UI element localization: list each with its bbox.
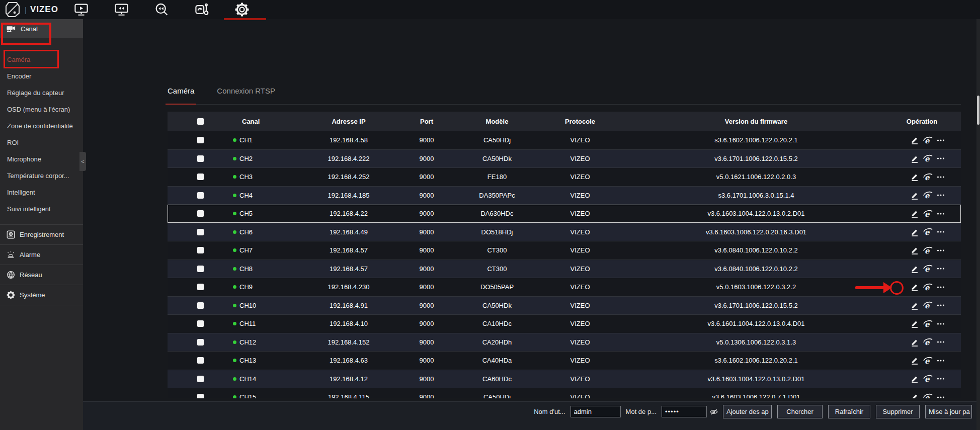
- edit-pencil-icon[interactable]: [911, 319, 919, 328]
- eye-slash-icon[interactable]: [710, 409, 718, 415]
- supprimer-button[interactable]: Supprimer: [876, 405, 920, 418]
- row-checkbox[interactable]: [197, 357, 204, 364]
- ie-browser-icon[interactable]: e: [923, 209, 933, 218]
- more-dots-icon[interactable]: [937, 286, 945, 289]
- ie-browser-icon[interactable]: e: [923, 393, 933, 398]
- row-checkbox[interactable]: [197, 394, 204, 398]
- page-scrollbar-track[interactable]: [976, 19, 980, 430]
- row-checkbox[interactable]: [197, 247, 204, 253]
- row-checkbox[interactable]: [197, 320, 204, 327]
- sidebar-group-systeme[interactable]: Système: [0, 285, 83, 305]
- more-dots-icon[interactable]: [937, 359, 945, 362]
- table-row-ch9[interactable]: CH9 192.168.4.230 9000 DO505PAP VIZEO v5…: [168, 278, 961, 296]
- edit-pencil-icon[interactable]: [911, 228, 919, 236]
- table-row-ch12[interactable]: CH12 192.168.4.152 9000 CA20HDh VIZEO v5…: [168, 333, 961, 352]
- table-row-ch8[interactable]: CH8 192.168.4.57 9000 CT300 VIZEO v3.6.0…: [168, 260, 961, 278]
- sidebar-item-roi[interactable]: ROI: [0, 134, 83, 151]
- row-checkbox[interactable]: [197, 155, 204, 162]
- ie-browser-icon[interactable]: e: [923, 191, 933, 200]
- ie-browser-icon[interactable]: e: [923, 246, 933, 255]
- more-dots-icon[interactable]: [937, 304, 945, 307]
- rafra-chir-button[interactable]: Rafraîchir: [828, 405, 870, 418]
- ie-browser-icon[interactable]: e: [923, 374, 933, 383]
- more-dots-icon[interactable]: [937, 396, 945, 398]
- sidebar-item-encoder[interactable]: Encoder: [0, 68, 83, 84]
- edit-pencil-icon[interactable]: [911, 356, 919, 365]
- sidebar-item-zone-de-confidentialit[interactable]: Zone de confidentialité: [0, 118, 83, 134]
- tab-connexion-rtsp[interactable]: Connexion RTSP: [217, 87, 275, 104]
- edit-pencil-icon[interactable]: [911, 265, 919, 273]
- password-input[interactable]: [662, 406, 707, 417]
- username-input[interactable]: [570, 406, 621, 417]
- more-dots-icon[interactable]: [937, 157, 945, 160]
- sidebar-group-canal[interactable]: Canal: [0, 19, 83, 38]
- row-checkbox[interactable]: [197, 339, 204, 346]
- settings-icon[interactable]: [234, 2, 250, 17]
- more-dots-icon[interactable]: [937, 212, 945, 215]
- table-row-ch1[interactable]: CH1 192.168.4.58 9000 CA50HDj VIZEO s3.6…: [168, 131, 961, 149]
- more-dots-icon[interactable]: [937, 267, 945, 270]
- more-dots-icon[interactable]: [937, 176, 945, 179]
- edit-pencil-icon[interactable]: [911, 246, 919, 254]
- more-dots-icon[interactable]: [937, 377, 945, 380]
- more-dots-icon[interactable]: [937, 194, 945, 197]
- ie-browser-icon[interactable]: e: [923, 283, 933, 292]
- edit-pencil-icon[interactable]: [911, 393, 919, 398]
- row-checkbox[interactable]: [197, 210, 204, 217]
- edit-pencil-icon[interactable]: [911, 191, 919, 200]
- sidebar-group-enregistrement[interactable]: Enregistrement: [0, 225, 83, 244]
- page-scrollbar-thumb[interactable]: [977, 96, 979, 125]
- sidebar-collapse-handle[interactable]: <: [79, 152, 86, 171]
- more-dots-icon[interactable]: [937, 139, 945, 142]
- table-row-ch13[interactable]: CH13 192.168.4.63 9000 CA40HDa VIZEO s3.…: [168, 351, 961, 370]
- ie-browser-icon[interactable]: e: [923, 319, 933, 328]
- ie-browser-icon[interactable]: e: [923, 301, 933, 310]
- row-checkbox[interactable]: [197, 229, 204, 235]
- more-dots-icon[interactable]: [937, 230, 945, 233]
- table-row-ch5[interactable]: CH5 192.168.4.22 9000 DA630HDc VIZEO v3.…: [168, 204, 961, 223]
- row-checkbox[interactable]: [197, 376, 204, 382]
- sidebar-item-r-glage-du-capteur[interactable]: Réglage du capteur: [0, 84, 83, 101]
- edit-pencil-icon[interactable]: [911, 209, 919, 218]
- temperature-icon[interactable]: [194, 2, 209, 17]
- table-row-ch6[interactable]: CH6 192.168.4.49 9000 DO518HDj VIZEO v3.…: [168, 223, 961, 241]
- more-dots-icon[interactable]: [937, 340, 945, 343]
- ie-browser-icon[interactable]: e: [923, 264, 933, 273]
- sidebar-item-temp-rature-corpor[interactable]: Température corpor...: [0, 167, 83, 184]
- edit-pencil-icon[interactable]: [911, 173, 919, 181]
- edit-pencil-icon[interactable]: [911, 338, 919, 347]
- ie-browser-icon[interactable]: e: [923, 136, 933, 145]
- more-dots-icon[interactable]: [937, 322, 945, 325]
- ie-browser-icon[interactable]: e: [923, 337, 933, 347]
- mise-jour-pa-button[interactable]: Mise à jour pa: [925, 405, 972, 418]
- sidebar-group-reseau[interactable]: Réseau: [0, 265, 83, 285]
- table-row-ch15[interactable]: CH15 192.168.4.115 9000 CA50HDj VIZEO v3…: [168, 388, 961, 398]
- sidebar-group-alarme[interactable]: Alarme: [0, 245, 83, 265]
- more-dots-icon[interactable]: [937, 249, 945, 252]
- row-checkbox[interactable]: [197, 174, 204, 180]
- select-all-checkbox[interactable]: [197, 118, 204, 125]
- ie-browser-icon[interactable]: e: [923, 356, 933, 365]
- edit-pencil-icon[interactable]: [911, 283, 919, 291]
- search-playback-icon[interactable]: [154, 2, 169, 17]
- row-checkbox[interactable]: [197, 137, 204, 143]
- edit-pencil-icon[interactable]: [911, 301, 919, 310]
- table-row-ch4[interactable]: CH4 192.168.4.185 9000 DA350PAPc VIZEO s…: [168, 186, 961, 205]
- playback-icon[interactable]: [114, 2, 129, 17]
- table-row-ch11[interactable]: CH11 192.168.4.10 9000 CA10HDc VIZEO v3.…: [168, 314, 961, 333]
- row-checkbox[interactable]: [197, 266, 204, 272]
- ie-browser-icon[interactable]: e: [923, 173, 933, 182]
- sidebar-item-microphone[interactable]: Microphone: [0, 151, 83, 167]
- tab-camera[interactable]: Caméra: [168, 87, 194, 104]
- edit-pencil-icon[interactable]: [911, 375, 919, 383]
- ie-browser-icon[interactable]: e: [923, 227, 933, 236]
- edit-pencil-icon[interactable]: [911, 154, 919, 163]
- sidebar-item-intelligent[interactable]: Intelligent: [0, 184, 83, 201]
- ajouter-des-ap-button[interactable]: Ajouter des ap: [723, 405, 772, 418]
- row-checkbox[interactable]: [197, 192, 204, 199]
- table-row-ch14[interactable]: CH14 192.168.4.12 9000 CA60HDc VIZEO v3.…: [168, 370, 961, 388]
- row-checkbox[interactable]: [197, 302, 204, 309]
- row-checkbox[interactable]: [197, 284, 204, 290]
- live-view-icon[interactable]: [73, 2, 89, 17]
- sidebar-item-suivi-intelligent[interactable]: Suivi intelligent: [0, 201, 83, 217]
